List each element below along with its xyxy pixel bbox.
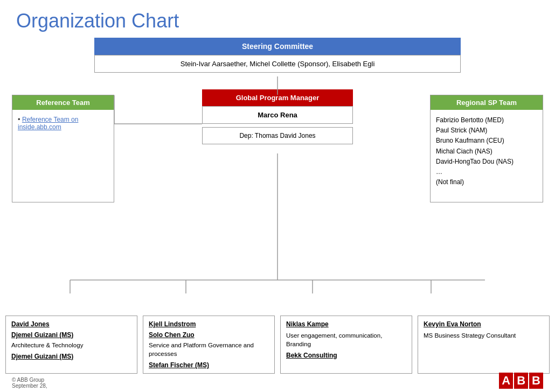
regional-member-4: Michal Ciach (NAS) (436, 146, 537, 157)
box1-footer: Djemel Guizani (MS) (11, 353, 131, 360)
box3-name1: Niklas Kampe (286, 320, 406, 328)
box3-desc: User engagement, communication, Branding (286, 331, 406, 348)
gpm-name: Marco Rena (202, 106, 353, 124)
gpm-container: Global Program Manager Marco Rena Dep: T… (202, 89, 353, 144)
regional-sp-header: Regional SP Team (431, 95, 543, 110)
bottom-box-1: David Jones Djemel Guizani (MS) Architec… (5, 316, 137, 374)
box2-footer: Stefan Fischer (MS) (149, 361, 269, 369)
abb-logo: ABB (499, 371, 543, 389)
bottom-box-4: Kevyin Eva Norton MS Business Strategy C… (418, 316, 550, 374)
regional-member-6: … (436, 167, 537, 177)
regional-sp-box: Regional SP Team Fabrizio Bertotto (MED)… (430, 95, 543, 202)
reference-team-box: Reference Team • Reference Team on insid… (12, 95, 114, 202)
box2-desc: Service and Platform Governance and proc… (149, 341, 269, 358)
box1-desc: Architecture & Technology (11, 341, 131, 349)
box2-name2: Solo Chen Zuo (149, 331, 269, 339)
box2-name1: Kjell Lindstrom (149, 320, 269, 328)
box4-name1: Kevyin Eva Norton (424, 320, 544, 328)
regional-sp-content: Fabrizio Bertotto (MED) Paul Strick (NAM… (431, 110, 543, 193)
box3-footer: Bekk Consulting (286, 352, 406, 359)
steering-committee-header: Steering Committee (94, 38, 461, 55)
footer-line2: September 28, (12, 383, 47, 389)
steering-members: Stein-Ivar Aarsaether, Michel Collette (… (94, 55, 461, 73)
footer-line1: © ABB Group (12, 377, 47, 383)
reference-link[interactable]: Reference Team on inside.abb.com (18, 116, 78, 131)
page-title: Organization Chart (0, 0, 555, 38)
footer: © ABB Group September 28, (12, 377, 47, 389)
regional-member-5: David-HongTao Dou (NAS) (436, 157, 537, 167)
bottom-row: David Jones Djemel Guizani (MS) Architec… (5, 316, 550, 374)
regional-member-1: Fabrizio Bertotto (MED) (436, 115, 537, 125)
regional-member-2: Paul Strick (NAM) (436, 125, 537, 136)
box1-name2: Djemel Guizani (MS) (11, 331, 131, 339)
gpm-dep: Dep: Thomas David Jones (202, 127, 353, 144)
box4-desc: MS Business Strategy Consultant (424, 331, 544, 340)
bottom-box-2: Kjell Lindstrom Solo Chen Zuo Service an… (143, 316, 275, 374)
bottom-box-3: Niklas Kampe User engagement, communicat… (280, 316, 412, 374)
regional-member-7: (Not final) (436, 177, 537, 187)
reference-team-header: Reference Team (12, 95, 114, 110)
box1-name1: David Jones (11, 320, 131, 328)
regional-member-3: Bruno Kaufmann (CEU) (436, 136, 537, 146)
reference-team-content: • Reference Team on inside.abb.com (12, 110, 114, 136)
gpm-header: Global Program Manager (202, 89, 353, 106)
